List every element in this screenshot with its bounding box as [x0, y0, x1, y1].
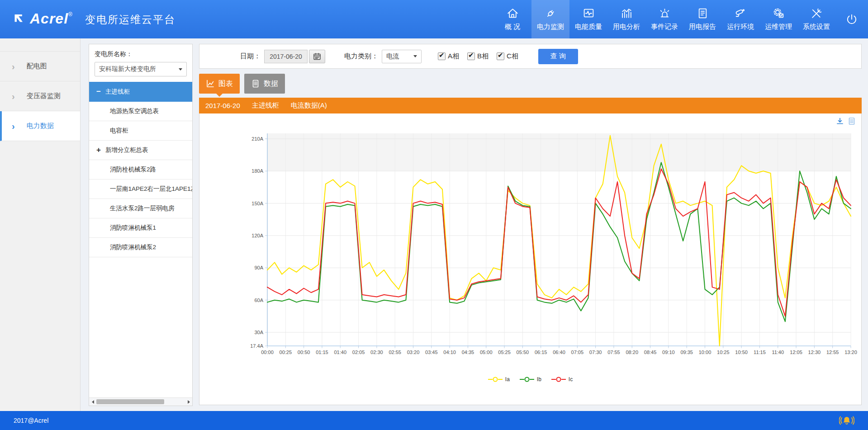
- tree-node[interactable]: 消防栓机械泵2路: [89, 160, 192, 180]
- checkbox-checked-icon[interactable]: [438, 52, 446, 60]
- checkbox-checked-icon[interactable]: [467, 52, 475, 60]
- date-input[interactable]: 2017-06-20: [264, 50, 308, 63]
- svg-text:02:05: 02:05: [352, 350, 365, 355]
- nav-item-label: 电能质量: [575, 23, 602, 31]
- scrollbar-thumb[interactable]: [96, 399, 164, 404]
- tree-node[interactable]: 一层南1APE2右一层北1APE1左: [89, 180, 192, 199]
- power-type-select[interactable]: 电流: [382, 50, 422, 63]
- sidebar-item-power-data[interactable]: ›电力数据: [0, 111, 80, 141]
- svg-text:08:20: 08:20: [626, 350, 638, 355]
- scroll-right-arrow[interactable]: [185, 398, 192, 406]
- svg-text:09:35: 09:35: [680, 350, 693, 355]
- legend-item-ic[interactable]: Ic: [551, 376, 573, 383]
- tree-node[interactable]: −主进线柜: [89, 82, 192, 102]
- tree-node[interactable]: 消防喷淋机械泵1: [89, 218, 192, 238]
- phase-checkbox-a[interactable]: A相: [438, 52, 459, 61]
- download-icon[interactable]: [836, 117, 844, 125]
- tab-data[interactable]: 数据: [244, 74, 285, 94]
- nav-item-usage-analysis[interactable]: 用电分析: [607, 0, 645, 38]
- tree-node-label: 主进线柜: [105, 88, 130, 96]
- svg-text:00:00: 00:00: [261, 350, 274, 355]
- chart-svg: 00:0000:2500:5001:1501:4002:0502:3002:55…: [199, 120, 860, 366]
- scroll-left-arrow[interactable]: [89, 398, 96, 406]
- alarm-bell-icon[interactable]: [839, 414, 854, 427]
- svg-text:07:55: 07:55: [607, 350, 620, 355]
- legend-marker-icon: [520, 377, 535, 382]
- svg-text:00:50: 00:50: [298, 350, 310, 355]
- phase-checkbox-b[interactable]: B相: [467, 52, 489, 61]
- nav-item-label: 用电报告: [689, 23, 716, 31]
- svg-text:11:15: 11:15: [754, 350, 766, 355]
- svg-text:10:50: 10:50: [735, 350, 748, 355]
- legend-item-ib[interactable]: Ib: [520, 376, 541, 383]
- nav-item-system-settings[interactable]: 系统设置: [797, 0, 835, 38]
- tree-node[interactable]: 消防喷淋机械泵2: [89, 238, 192, 257]
- svg-text:60A: 60A: [254, 298, 263, 303]
- environment-icon: [735, 7, 747, 19]
- tab-chart[interactable]: 图表: [199, 74, 240, 94]
- legend-label: Ic: [569, 376, 573, 383]
- nav-item-power-quality[interactable]: 电能质量: [569, 0, 607, 38]
- nav-item-ops-management[interactable]: 运维管理: [759, 0, 797, 38]
- legend-item-ia[interactable]: Ia: [488, 376, 510, 383]
- svg-text:11:40: 11:40: [772, 350, 784, 355]
- nav-item-power-monitor[interactable]: 电力监测: [531, 0, 569, 38]
- svg-text:120A: 120A: [251, 233, 263, 238]
- info-date: 2017-06-20: [205, 102, 240, 109]
- calendar-button[interactable]: [309, 50, 325, 63]
- query-button[interactable]: 查 询: [538, 49, 578, 64]
- nav-item-event-log[interactable]: 事件记录: [645, 0, 683, 38]
- nav-item-overview[interactable]: 概 况: [493, 0, 531, 38]
- tree-horizontal-scrollbar[interactable]: [89, 397, 192, 406]
- tree-node[interactable]: 地源热泵空调总表: [89, 102, 192, 121]
- nav-item-power-report[interactable]: 用电报告: [683, 0, 721, 38]
- tree-node[interactable]: 生活水泵2路一层弱电房: [89, 199, 192, 218]
- svg-text:90A: 90A: [254, 265, 263, 270]
- sidebar-item-label: 配电图: [27, 62, 47, 71]
- svg-text:02:55: 02:55: [389, 350, 401, 355]
- main-content: 日期： 2017-06-20 电力类别： 电流 A相B相C相 查 询 图表: [199, 44, 862, 405]
- svg-text:05:25: 05:25: [498, 350, 511, 355]
- tree-node-label: 电容柜: [110, 127, 128, 135]
- usage-analysis-icon: [621, 7, 633, 19]
- svg-text:150A: 150A: [251, 201, 263, 206]
- logout-power-button[interactable]: [835, 0, 868, 38]
- svg-text:04:35: 04:35: [462, 350, 474, 355]
- view-tabs: 图表 数据: [199, 74, 862, 94]
- chevron-down-icon: [413, 55, 417, 57]
- svg-text:02:30: 02:30: [370, 350, 383, 355]
- chevron-right-icon: ›: [12, 92, 15, 101]
- tree-node[interactable]: 电容柜: [89, 121, 192, 141]
- station-select[interactable]: 安科瑞新大楼变电所: [95, 62, 187, 76]
- logo-text: Acrel: [30, 6, 68, 31]
- phase-label: A相: [448, 52, 459, 61]
- export-menu-icon[interactable]: [848, 117, 856, 125]
- checkbox-checked-icon[interactable]: [497, 52, 504, 60]
- svg-text:12:05: 12:05: [790, 350, 802, 355]
- tree-node-label: 生活水泵2路一层弱电房: [110, 204, 175, 213]
- sidebar-item-transformer-monitor[interactable]: ›变压器监测: [0, 81, 80, 111]
- phase-checkbox-c[interactable]: C相: [497, 52, 518, 61]
- sidebar-item-label: 变压器监测: [27, 92, 61, 100]
- svg-text:13:20: 13:20: [844, 350, 857, 355]
- app-header: Acrel ® 变电所运维云平台 概 况电力监测电能质量用电分析事件记录用电报告…: [0, 0, 868, 38]
- svg-text:03:20: 03:20: [407, 350, 420, 355]
- svg-text:01:15: 01:15: [316, 350, 328, 355]
- data-list-icon: [251, 79, 260, 88]
- svg-text:08:45: 08:45: [644, 350, 657, 355]
- expand-plus-icon[interactable]: +: [96, 146, 105, 155]
- collapse-minus-icon[interactable]: −: [96, 87, 105, 96]
- svg-text:12:55: 12:55: [826, 350, 839, 355]
- copyright-text: 2017@Acrel: [14, 417, 48, 424]
- legend-marker-icon: [488, 377, 503, 382]
- sidebar: ›配电图›变压器监测›电力数据: [0, 38, 81, 411]
- power-quality-icon: [583, 7, 595, 19]
- tree-node-label: 消防喷淋机械泵2: [110, 243, 156, 251]
- calendar-icon: [313, 52, 321, 61]
- svg-text:05:50: 05:50: [517, 350, 529, 355]
- nav-item-label: 运维管理: [765, 23, 792, 31]
- app-root: Acrel ® 变电所运维云平台 概 况电力监测电能质量用电分析事件记录用电报告…: [0, 0, 868, 430]
- tree-node[interactable]: +新增分立柜总表: [89, 141, 192, 160]
- sidebar-item-distribution-diagram[interactable]: ›配电图: [0, 52, 80, 81]
- nav-item-environment[interactable]: 运行环境: [721, 0, 759, 38]
